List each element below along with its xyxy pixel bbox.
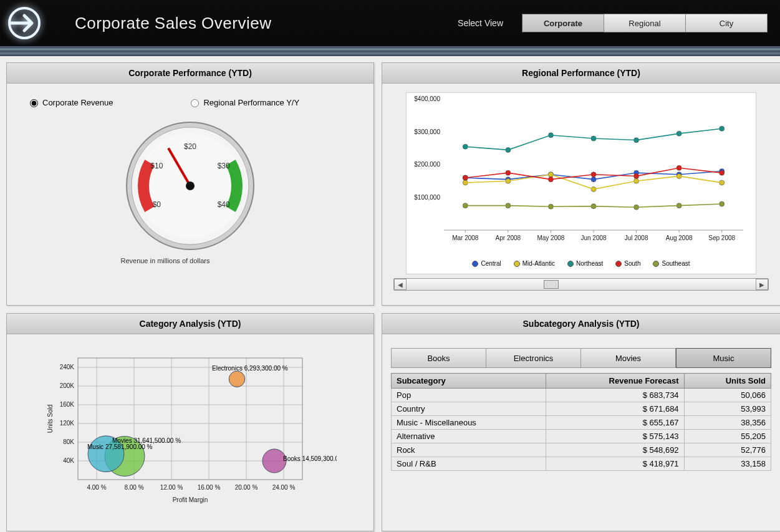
cell: 55,205 [684, 430, 771, 443]
view-switcher: CorporateRegionalCity [522, 14, 768, 32]
regional-line-card: $100,000$200,000$300,000$400,000Mar 2008… [406, 92, 756, 274]
view-button-regional[interactable]: Regional [604, 14, 686, 32]
svg-text:24.00 %: 24.00 % [272, 484, 296, 491]
scroll-left-arrow[interactable]: ◀ [394, 279, 407, 290]
col-header: Revenue Forecast [546, 374, 684, 389]
radio-label: Regional Performance Y/Y [203, 98, 299, 107]
legend-dot [472, 261, 478, 267]
category-bubble-chart: 4.00 %8.00 %12.00 %16.00 %20.00 %24.00 %… [44, 352, 337, 514]
panel-title: Corporate Performance (YTD) [7, 63, 373, 84]
panel-category-analysis: Category Analysis (YTD) 4.00 %8.00 %12.0… [6, 313, 374, 531]
radio-regional-performance-y-y[interactable]: Regional Performance Y/Y [188, 97, 299, 107]
subcategory-table: SubcategoryRevenue ForecastUnits SoldPop… [391, 373, 771, 471]
svg-text:200K: 200K [60, 382, 75, 389]
cell: 50,066 [684, 389, 771, 402]
svg-text:$100,000: $100,000 [414, 194, 440, 201]
table-row: Alternative$ 575,14355,205 [392, 430, 771, 443]
cell: Rock [392, 443, 546, 457]
legend-label: Mid-Atlantic [522, 260, 555, 267]
performance-radio-group: Corporate RevenueRegional Performance Y/… [12, 89, 368, 111]
legend-item-central: Central [472, 260, 501, 267]
svg-text:40K: 40K [63, 457, 74, 464]
panel-corporate-performance: Corporate Performance (YTD) Corporate Re… [6, 62, 374, 306]
gauge-wrap: $0$10$20$30$40 Revenue in millions of do… [12, 111, 368, 264]
panel-title: Regional Performance (YTD) [382, 63, 780, 84]
app-header: Corporate Sales Overview Select View Cor… [0, 0, 780, 49]
legend-label: Central [481, 260, 501, 267]
cell: $ 655,167 [546, 416, 684, 430]
svg-text:4.00 %: 4.00 % [87, 484, 106, 491]
scroll-grip[interactable] [544, 280, 559, 289]
svg-text:160K: 160K [60, 401, 75, 408]
svg-text:16.00 %: 16.00 % [198, 484, 221, 491]
legend-item-mid-atlantic: Mid-Atlantic [514, 260, 555, 267]
cell: $ 683,734 [546, 389, 684, 402]
revenue-gauge: $0$10$20$30$40 [109, 111, 271, 254]
col-header: Units Sold [684, 374, 771, 389]
svg-text:May 2008: May 2008 [537, 235, 564, 241]
legend-dot [514, 261, 520, 267]
table-row: Music - Miscellaneous$ 655,16738,356 [392, 416, 771, 430]
radio-input[interactable] [30, 99, 38, 107]
dashboard-grid: Corporate Performance (YTD) Corporate Re… [0, 56, 780, 532]
view-button-corporate[interactable]: Corporate [522, 14, 604, 32]
svg-text:$400,000: $400,000 [414, 95, 440, 102]
cell: Soul / R&B [392, 457, 546, 471]
tab-electronics[interactable]: Electronics [486, 348, 581, 368]
svg-text:$40: $40 [218, 200, 230, 209]
legend-label: South [624, 260, 640, 267]
cell: 53,993 [684, 402, 771, 416]
cell: Country [392, 402, 546, 416]
panel-title: Category Analysis (YTD) [7, 314, 373, 334]
select-view-label: Select View [458, 18, 503, 28]
cell: Pop [392, 389, 546, 402]
legend-dot [653, 261, 659, 267]
svg-text:$20: $20 [184, 142, 196, 151]
svg-text:8.00 %: 8.00 % [124, 484, 143, 491]
regional-legend: CentralMid-AtlanticNortheastSouthSouthea… [407, 260, 756, 267]
svg-text:80K: 80K [63, 438, 74, 445]
svg-text:Mar 2008: Mar 2008 [452, 235, 479, 241]
svg-text:Units Sold: Units Sold [47, 405, 54, 433]
scroll-right-arrow[interactable]: ▶ [756, 279, 768, 290]
legend-label: Northeast [576, 260, 603, 267]
gauge-caption: Revenue in millions of dollars [12, 257, 368, 264]
svg-text:Books 14,509,300.00 %: Books 14,509,300.00 % [283, 455, 337, 462]
table-row: Soul / R&B$ 418,97133,158 [392, 457, 771, 471]
svg-text:$0: $0 [153, 200, 161, 209]
panel-regional-performance: Regional Performance (YTD) $100,000$200,… [382, 62, 780, 306]
svg-text:$10: $10 [150, 162, 163, 170]
cell: Alternative [392, 430, 546, 443]
subcategory-tabbar: BooksElectronicsMoviesMusic [391, 348, 771, 368]
panel-title: Subcategory Analysis (YTD) [382, 314, 780, 334]
svg-text:Profit Margin: Profit Margin [173, 496, 208, 503]
svg-text:Music 27,581,900.00 %: Music 27,581,900.00 % [87, 443, 153, 450]
svg-text:Jul 2008: Jul 2008 [625, 235, 648, 241]
app-logo [0, 0, 56, 46]
legend-item-southeast: Southeast [653, 260, 690, 267]
svg-text:$300,000: $300,000 [414, 128, 440, 135]
radio-corporate-revenue[interactable]: Corporate Revenue [27, 97, 113, 107]
svg-text:20.00 %: 20.00 % [235, 484, 258, 491]
cell: $ 418,971 [546, 457, 684, 471]
chart-horizontal-scroll[interactable]: ◀ ▶ [393, 278, 769, 291]
cell: $ 575,143 [546, 430, 684, 443]
regional-line-chart: $100,000$200,000$300,000$400,000Mar 2008… [407, 93, 756, 255]
radio-input[interactable] [191, 99, 199, 107]
tab-music[interactable]: Music [676, 348, 771, 368]
view-button-city[interactable]: City [685, 14, 768, 32]
svg-text:Electronics 6,293,300.00 %: Electronics 6,293,300.00 % [212, 365, 288, 372]
tab-movies[interactable]: Movies [581, 348, 676, 368]
cell: 52,776 [684, 443, 771, 457]
svg-text:$30: $30 [218, 162, 230, 170]
header-divider [0, 49, 780, 56]
cell: Music - Miscellaneous [392, 416, 546, 430]
radio-label: Corporate Revenue [42, 98, 113, 107]
svg-text:$200,000: $200,000 [414, 161, 440, 168]
table-row: Rock$ 548,69252,776 [392, 443, 771, 457]
tab-books[interactable]: Books [391, 348, 486, 368]
cell: $ 671,684 [546, 402, 684, 416]
svg-text:Jun 2008: Jun 2008 [580, 235, 607, 241]
svg-text:240K: 240K [60, 364, 75, 370]
legend-item-south: South [615, 260, 640, 267]
